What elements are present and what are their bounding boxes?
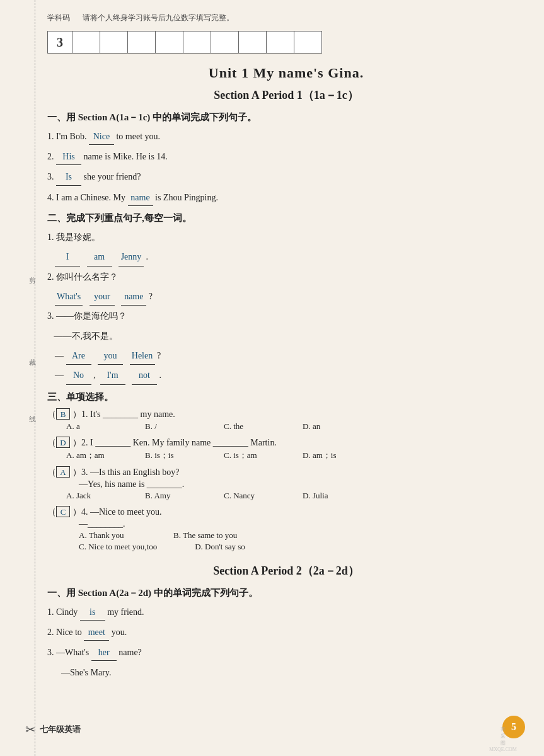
part2-heading: 二、完成下列重点句子,每空一词。 <box>47 212 525 224</box>
mc-answer3: A <box>56 466 70 478</box>
section-a-period2-title: Section A Period 2（2a－2d） <box>47 563 525 578</box>
blank-im: I'm <box>100 367 125 385</box>
part2-item3b: ——不,我不是。 <box>47 328 525 344</box>
blank-whats: What's <box>55 289 83 306</box>
blank-name2: name <box>121 289 146 306</box>
blank-your: your <box>90 289 115 306</box>
watermark-url: MXQE.COM <box>489 747 517 752</box>
blank-you2: you <box>98 348 123 365</box>
digit-1[interactable] <box>72 31 100 54</box>
part2-item3-q: — Are you Helen ? <box>47 348 525 365</box>
mc-row4: （C）4. —Nice to meet you. <box>47 506 525 518</box>
mc2-optA: A. am；am <box>66 450 123 461</box>
watermark-text: 菁 采 图 <box>501 726 506 747</box>
blank-am: am <box>87 249 112 266</box>
blank-nice: Nice <box>89 129 114 145</box>
part2-item1-answer: I am Jenny . <box>47 249 525 266</box>
part1-heading: 一、用 Section A(1a－1c) 中的单词完成下列句子。 <box>47 112 525 123</box>
blank-his: His <box>56 149 81 165</box>
number-box-area: 3 <box>47 31 525 54</box>
part1-item1: 1. I'm Bob. Nice to meet you. <box>47 129 525 145</box>
part2-item2: 2. 你叫什么名字？ <box>47 269 525 285</box>
part2s-item3: 3. —What's her name? <box>47 644 525 661</box>
blank-no: No <box>66 367 91 385</box>
mc3-subtext: —Yes, his name is ________. <box>47 479 525 490</box>
mc2-optB: B. is；is <box>145 450 202 461</box>
mc-answer4: C <box>56 506 70 517</box>
mc3-optA: A. Jack <box>66 491 123 501</box>
mc2-optD: D. am；is <box>303 450 359 461</box>
mc-item3: （A）3. —Is this an English boy? —Yes, his… <box>47 466 525 501</box>
blank-is2: is <box>80 604 105 621</box>
mc-item4: （C）4. —Nice to meet you. —________. A. T… <box>47 506 525 552</box>
blank-are: Are <box>66 348 91 365</box>
digit-8[interactable] <box>267 31 294 54</box>
mc-item2: （D）2. I ________ Ken. My family name ___… <box>47 437 525 461</box>
digit-4[interactable] <box>156 31 183 54</box>
blank-helen: Helen <box>130 348 155 365</box>
blank-is: Is <box>56 169 81 185</box>
mc-options1: A. a B. / C. the D. an <box>66 421 525 432</box>
blank-name: name <box>128 190 153 206</box>
mc-answer1: B <box>56 408 70 420</box>
part2-item3: 3. ——你是海伦吗？ <box>47 308 525 324</box>
mc4-optD: D. Don't say so <box>195 542 252 552</box>
part2s-item3b: —She's Mary. <box>47 665 525 680</box>
part2-item1: 1. 我是珍妮。 <box>47 229 525 245</box>
scissors-icon: ✂ <box>25 722 36 737</box>
grade-label: 七年级英语 <box>40 724 81 735</box>
mc4-subtext: —________. <box>47 519 525 529</box>
mc-row1: （B）1. It's ________ my name. <box>47 408 525 420</box>
subject-number-box: 3 <box>47 31 72 54</box>
part2s-item2: 2. Nice to meet you. <box>47 624 525 641</box>
digit-3[interactable] <box>128 31 156 54</box>
mc3-optC: C. Nancy <box>224 491 281 501</box>
mc4-optA: A. Thank you <box>79 530 136 541</box>
blank-I: I <box>55 249 80 266</box>
mc-row2: （D）2. I ________ Ken. My family name ___… <box>47 437 525 449</box>
part2s-heading: 一、用 Section A(2a－2d) 中的单词完成下列句子。 <box>47 587 525 599</box>
unit-title: Unit 1 My name's Gina. <box>47 65 525 81</box>
xuekema-label: 学科码 <box>47 13 70 23</box>
digit-9[interactable] <box>294 31 322 54</box>
digit-7[interactable] <box>239 31 267 54</box>
mc-options3: A. Jack B. Amy C. Nancy D. Julia <box>66 491 525 501</box>
mc2-optC: C. is；am <box>224 450 281 461</box>
mc1-optD: D. an <box>303 421 359 432</box>
left-border-decoration <box>35 0 36 756</box>
part2-item2-answer: What's your name ? <box>47 289 525 306</box>
mc3-optD: D. Julia <box>303 491 359 501</box>
part1-item3: 3. Is she your friend? <box>47 169 525 185</box>
blank-meet: meet <box>84 624 109 641</box>
part2-item3-a: — No , I'm not . <box>47 367 525 385</box>
blank-Jenny: Jenny <box>119 249 144 266</box>
digit-6[interactable] <box>211 31 239 54</box>
mc4-optB: B. The same to you <box>173 530 237 541</box>
mc4-optC: C. Nice to meet you,too <box>79 542 157 552</box>
part3-heading: 三、单项选择。 <box>47 391 525 403</box>
blank-not: not <box>132 367 157 385</box>
mc-item1: （B）1. It's ________ my name. A. a B. / C… <box>47 408 525 432</box>
section-a-period1-title: Section A Period 1（1a－1c） <box>47 88 525 103</box>
digit-2[interactable] <box>100 31 128 54</box>
header-area: 学科码 请将个人终身学习账号后九位数字填写完整。 <box>47 13 525 23</box>
mc-row3: （A）3. —Is this an English boy? <box>47 466 525 478</box>
fill-prompt: 请将个人终身学习账号后九位数字填写完整。 <box>83 13 234 23</box>
mc1-optC: C. the <box>224 421 281 432</box>
part2s-item1: 1. Cindy is my friend. <box>47 604 525 621</box>
mc-options2: A. am；am B. is；is C. is；am D. am；is <box>66 450 525 461</box>
part1-item2: 2. His name is Mike. He is 14. <box>47 149 525 165</box>
mc-options4: A. Thank you B. The same to you C. Nice … <box>79 530 525 552</box>
watermark-area: 菁 采 图 MXQE.COM <box>475 721 531 756</box>
scissors-area: ✂ 七年级英语 <box>25 722 81 737</box>
mc-answer2: D <box>56 437 70 448</box>
mc1-optA: A. a <box>66 421 123 432</box>
blank-her: her <box>91 644 117 661</box>
mc1-optB: B. / <box>145 421 202 432</box>
digit-boxes <box>72 31 322 54</box>
mc3-optB: B. Amy <box>145 491 202 501</box>
part1-item4: 4. I am a Chinese. My name is Zhou Pingp… <box>47 190 525 206</box>
digit-5[interactable] <box>183 31 211 54</box>
